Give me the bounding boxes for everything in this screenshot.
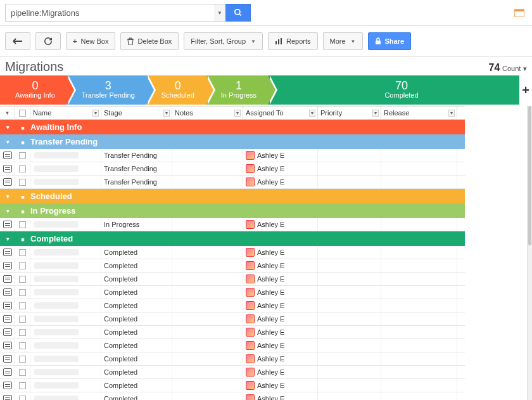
col-notes[interactable]: Notes▾ [172, 106, 243, 119]
cell-release[interactable] [381, 218, 457, 231]
row-handle[interactable] [0, 286, 15, 299]
row-checkbox[interactable] [15, 392, 30, 400]
row-handle[interactable] [0, 246, 15, 259]
cell-name[interactable] [30, 299, 101, 312]
row-checkbox[interactable] [15, 273, 30, 285]
cell-assigned[interactable]: Ashley E [243, 379, 318, 392]
cell-name[interactable] [30, 259, 101, 272]
cell-assigned[interactable]: Ashley E [243, 286, 318, 299]
search-input[interactable] [5, 4, 214, 22]
table-row[interactable]: CompletedAshley E [0, 352, 465, 366]
cell-priority[interactable] [318, 259, 381, 272]
cell-assigned[interactable]: Ashley E [243, 176, 318, 188]
cell-name[interactable] [30, 286, 101, 299]
row-handle[interactable] [0, 218, 15, 231]
cell-stage[interactable]: Completed [101, 392, 172, 400]
table-row[interactable]: In ProgressAshley E [0, 218, 465, 231]
cell-notes[interactable] [172, 149, 243, 162]
cell-name[interactable] [30, 218, 101, 231]
cell-notes[interactable] [172, 352, 243, 365]
row-handle[interactable] [0, 176, 15, 188]
cell-stage[interactable]: Completed [101, 246, 172, 259]
cell-assigned[interactable]: Ashley E [243, 392, 318, 400]
col-priority[interactable]: Priority▾ [318, 106, 381, 119]
cell-assigned[interactable]: Ashley E [243, 149, 318, 162]
cell-assigned[interactable]: Ashley E [243, 339, 318, 352]
cell-notes[interactable] [172, 176, 243, 188]
more-button[interactable]: More ▼ [323, 32, 363, 50]
table-row[interactable]: CompletedAshley E [0, 379, 465, 392]
stage-awaiting-info[interactable]: 0Awaiting Info [0, 75, 66, 105]
table-row[interactable]: Transfer PendingAshley E [0, 176, 465, 189]
table-row[interactable]: CompletedAshley E [0, 286, 465, 299]
cell-release[interactable] [381, 259, 457, 272]
cell-release[interactable] [381, 273, 457, 285]
table-row[interactable]: Transfer PendingAshley E [0, 149, 465, 162]
filter-sort-group-button[interactable]: Filter, Sort, Group ▼ [184, 32, 263, 50]
cell-release[interactable] [381, 339, 457, 352]
collapse-icon[interactable]: ▾ [0, 236, 15, 242]
col-assigned[interactable]: Assigned To▾ [243, 106, 318, 119]
scrollbar[interactable] [527, 106, 532, 400]
cell-assigned[interactable]: Ashley E [243, 218, 318, 231]
cell-notes[interactable] [172, 162, 243, 175]
cell-priority[interactable] [318, 299, 381, 312]
table-row[interactable]: CompletedAshley E [0, 273, 465, 286]
refresh-button[interactable] [35, 32, 61, 50]
cell-name[interactable] [30, 273, 101, 285]
cell-priority[interactable] [318, 379, 381, 392]
cell-assigned[interactable]: Ashley E [243, 352, 318, 365]
cell-priority[interactable] [318, 162, 381, 175]
row-checkbox[interactable] [15, 218, 30, 231]
cell-assigned[interactable]: Ashley E [243, 299, 318, 312]
stage-transfer-pending[interactable]: 3Transfer Pending [66, 75, 146, 105]
count[interactable]: 74 Count ▾ [489, 62, 527, 74]
col-checkbox[interactable] [15, 106, 30, 119]
cell-notes[interactable] [172, 273, 243, 285]
table-row[interactable]: CompletedAshley E [0, 366, 465, 379]
cell-priority[interactable] [318, 246, 381, 259]
search-button[interactable] [225, 4, 251, 22]
table-row[interactable]: CompletedAshley E [0, 299, 465, 313]
cell-priority[interactable] [318, 286, 381, 299]
row-handle[interactable] [0, 366, 15, 378]
cell-name[interactable] [30, 326, 101, 339]
cell-notes[interactable] [172, 246, 243, 259]
filter-icon[interactable]: ▾ [92, 110, 99, 117]
row-handle[interactable] [0, 392, 15, 400]
cell-priority[interactable] [318, 392, 381, 400]
collapse-icon[interactable]: ▾ [0, 124, 15, 131]
col-stage[interactable]: Stage▾ [101, 106, 172, 119]
cell-priority[interactable] [318, 339, 381, 352]
row-handle[interactable] [0, 339, 15, 352]
cell-assigned[interactable]: Ashley E [243, 162, 318, 175]
collapse-icon[interactable]: ▾ [0, 139, 15, 145]
cell-stage[interactable]: Completed [101, 286, 172, 299]
group-header-in-progress[interactable]: ▾In Progress [0, 203, 465, 218]
back-button[interactable] [5, 32, 30, 50]
new-box-button[interactable]: + New Box [66, 32, 115, 50]
cell-release[interactable] [381, 246, 457, 259]
row-handle[interactable] [0, 352, 15, 365]
cell-release[interactable] [381, 313, 457, 325]
group-header-scheduled[interactable]: ▾Scheduled [0, 189, 465, 203]
group-header-transfer-pending[interactable]: ▾Transfer Pending [0, 134, 465, 149]
cell-name[interactable] [30, 313, 101, 325]
cell-priority[interactable] [318, 176, 381, 188]
cell-priority[interactable] [318, 149, 381, 162]
cell-notes[interactable] [172, 259, 243, 272]
cell-priority[interactable] [318, 218, 381, 231]
cell-stage[interactable]: Completed [101, 326, 172, 339]
cell-notes[interactable] [172, 339, 243, 352]
cell-assigned[interactable]: Ashley E [243, 273, 318, 285]
cell-priority[interactable] [318, 366, 381, 378]
row-checkbox[interactable] [15, 286, 30, 299]
cell-assigned[interactable]: Ashley E [243, 259, 318, 272]
row-checkbox[interactable] [15, 299, 30, 312]
collapse-icon[interactable]: ▾ [0, 208, 15, 214]
cell-name[interactable] [30, 246, 101, 259]
cell-priority[interactable] [318, 273, 381, 285]
row-handle[interactable] [0, 326, 15, 339]
row-handle[interactable] [0, 299, 15, 312]
share-button[interactable]: Share [368, 32, 412, 50]
